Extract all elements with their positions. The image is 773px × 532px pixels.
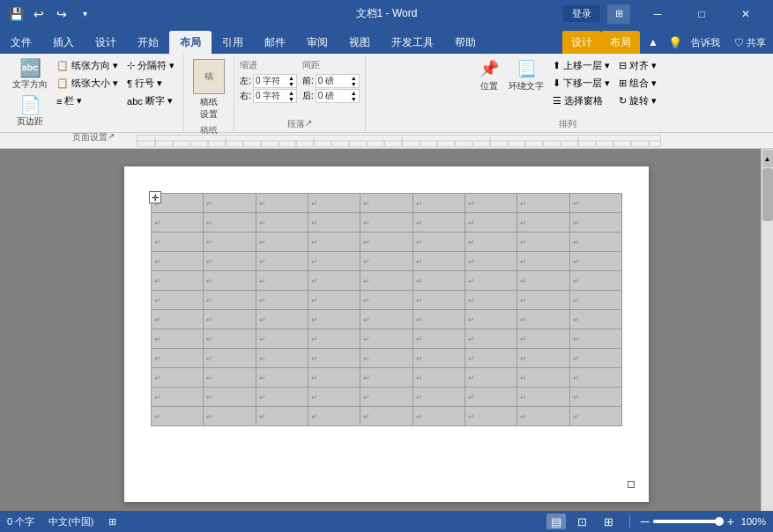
table-cell[interactable]: [569, 388, 621, 407]
table-cell[interactable]: [360, 213, 413, 233]
table-cell[interactable]: [465, 388, 517, 407]
table-cell[interactable]: [204, 291, 256, 310]
table-cell[interactable]: [413, 213, 465, 233]
table-cell[interactable]: [517, 271, 569, 291]
zoom-level[interactable]: 100%: [741, 516, 766, 527]
tab-developer[interactable]: 开发工具: [381, 31, 444, 54]
table-cell[interactable]: [152, 213, 204, 233]
table-cell[interactable]: [413, 349, 465, 368]
table-cell[interactable]: [256, 252, 308, 271]
vertical-scrollbar[interactable]: ▲: [761, 149, 773, 511]
group-button[interactable]: ⊞组合 ▾: [615, 75, 660, 92]
wrap-text-button[interactable]: 📃 环绕文字: [505, 57, 547, 94]
table-cell[interactable]: [152, 252, 204, 271]
table-cell[interactable]: [465, 233, 517, 252]
table-cell[interactable]: [308, 329, 360, 349]
redo-icon[interactable]: ↪: [53, 5, 71, 23]
selection-pane-button[interactable]: ☰选择窗格: [549, 92, 613, 109]
table-cell[interactable]: [360, 271, 413, 291]
table-cell[interactable]: [152, 233, 204, 252]
macro-recording-icon[interactable]: ⊞: [108, 516, 116, 528]
tab-review[interactable]: 审阅: [296, 31, 338, 54]
table-cell[interactable]: [308, 291, 360, 310]
indent-left-input[interactable]: 0 字符 ▲▼: [253, 74, 297, 88]
tab-table-design[interactable]: 设计: [562, 31, 601, 54]
line-numbers-button[interactable]: ¶行号 ▾: [123, 75, 178, 92]
page-setup-dialog-icon[interactable]: ↗: [108, 131, 115, 141]
table-cell[interactable]: [308, 252, 360, 271]
ribbon-collapse-icon[interactable]: ▲: [640, 31, 666, 54]
table-cell[interactable]: [152, 407, 204, 426]
table-cell[interactable]: [308, 388, 360, 407]
minimize-button[interactable]: ─: [637, 0, 678, 27]
table-row[interactable]: [152, 291, 622, 310]
table-cell[interactable]: [360, 252, 413, 271]
table-cell[interactable]: [256, 388, 308, 407]
save-icon[interactable]: 💾: [7, 5, 25, 23]
table-cell[interactable]: [413, 271, 465, 291]
table-row[interactable]: [152, 271, 622, 291]
columns-button[interactable]: ≡栏 ▾: [53, 92, 122, 109]
web-layout-view-button[interactable]: ⊡: [573, 514, 592, 529]
table-cell[interactable]: [360, 388, 413, 407]
window-mode-button[interactable]: ⊞: [607, 4, 630, 24]
tab-insert[interactable]: 插入: [42, 31, 85, 54]
table-cell[interactable]: [152, 349, 204, 368]
scrollbar-thumb[interactable]: [762, 168, 773, 221]
table-cell[interactable]: [569, 213, 621, 233]
table-cell[interactable]: [569, 291, 621, 310]
zoom-thumb[interactable]: [715, 517, 724, 526]
zoom-slider[interactable]: ─ +: [641, 514, 734, 528]
tab-design[interactable]: 设计: [85, 31, 127, 54]
table-cell[interactable]: [413, 252, 465, 271]
table-cell[interactable]: [517, 388, 569, 407]
spacing-before-input[interactable]: 0 磅 ▲▼: [316, 74, 360, 88]
table-cell[interactable]: [308, 310, 360, 329]
table-cell[interactable]: [204, 407, 256, 426]
breaks-button[interactable]: ⊹分隔符 ▾: [123, 57, 178, 74]
table-row[interactable]: [152, 329, 622, 349]
table-cell[interactable]: [256, 213, 308, 233]
language-indicator[interactable]: 中文(中国): [48, 515, 93, 528]
table-cell[interactable]: [204, 213, 256, 233]
table-cell[interactable]: [256, 233, 308, 252]
table-cell[interactable]: [204, 388, 256, 407]
table-cell[interactable]: [152, 310, 204, 329]
table-cell[interactable]: [569, 349, 621, 368]
tell-me-label[interactable]: 告诉我: [684, 31, 727, 54]
print-layout-view-button[interactable]: ▤: [546, 514, 566, 529]
table-cell[interactable]: [517, 213, 569, 233]
table-cell[interactable]: [204, 233, 256, 252]
table-cell[interactable]: [360, 233, 413, 252]
table-cell[interactable]: [465, 349, 517, 368]
tell-me-icon[interactable]: 💡: [666, 31, 684, 54]
table-row[interactable]: [152, 194, 622, 213]
table-cell[interactable]: [256, 271, 308, 291]
table-cell[interactable]: [256, 407, 308, 426]
read-mode-view-button[interactable]: ⊞: [599, 514, 619, 529]
table-cell[interactable]: [465, 291, 517, 310]
table-cell[interactable]: [204, 329, 256, 349]
spacing-after-input[interactable]: 0 磅 ▲▼: [316, 89, 360, 103]
zoom-track[interactable]: [653, 520, 724, 523]
table-cell[interactable]: [152, 368, 204, 388]
table-cell[interactable]: [308, 213, 360, 233]
table-cell[interactable]: [569, 194, 621, 213]
table-move-handle[interactable]: ✛: [149, 191, 161, 203]
table-cell[interactable]: [517, 310, 569, 329]
table-cell[interactable]: [360, 329, 413, 349]
table-cell[interactable]: [517, 233, 569, 252]
table-cell[interactable]: [360, 194, 413, 213]
table-cell[interactable]: [360, 291, 413, 310]
undo-icon[interactable]: ↩: [30, 5, 48, 23]
table-row[interactable]: [152, 388, 622, 407]
zoom-out-button[interactable]: ─: [641, 514, 650, 528]
table-cell[interactable]: [204, 271, 256, 291]
table-cell[interactable]: [152, 291, 204, 310]
table-cell[interactable]: [569, 271, 621, 291]
table-cell[interactable]: [152, 388, 204, 407]
tab-home[interactable]: 开始: [127, 31, 169, 54]
table-cell[interactable]: [413, 310, 465, 329]
indent-right-spinner[interactable]: ▲▼: [288, 90, 294, 102]
table-cell[interactable]: [308, 194, 360, 213]
